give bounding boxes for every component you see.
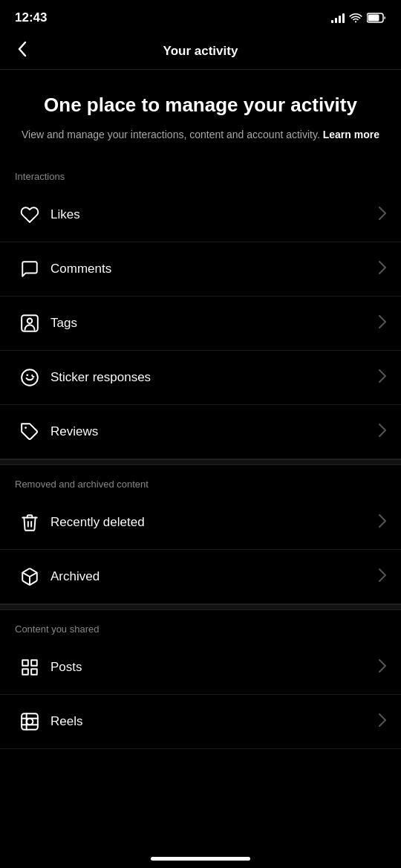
chevron-right-icon [379, 659, 386, 676]
status-time: 12:43 [15, 10, 47, 25]
hero-subtitle: View and manage your interactions, conte… [18, 127, 383, 143]
chevron-right-icon [379, 569, 386, 586]
reels-label: Reels [50, 714, 379, 729]
list-item-posts[interactable]: Posts [0, 641, 401, 695]
learn-more-link[interactable]: Learn more [323, 129, 379, 140]
header: Your activity [0, 33, 401, 70]
home-indicator [0, 846, 401, 868]
likes-label: Likes [50, 207, 379, 222]
chevron-right-icon [379, 369, 386, 386]
reels-icon [15, 707, 45, 736]
section-label-content-shared: Content you shared [0, 610, 401, 641]
status-icons [331, 13, 386, 23]
comment-icon [15, 254, 45, 284]
list-item-reels[interactable]: Reels [0, 695, 401, 749]
hero-subtitle-text: View and manage your interactions, conte… [22, 129, 323, 140]
svg-rect-10 [31, 669, 37, 675]
tag-person-icon [15, 308, 45, 338]
section-label-interactions: Interactions [0, 158, 401, 188]
svg-rect-11 [22, 669, 28, 675]
svg-rect-1 [368, 15, 379, 22]
status-bar: 12:43 [0, 0, 401, 33]
section-divider-1 [0, 459, 401, 465]
sticker-icon [15, 363, 45, 392]
hero-section: One place to manage your activity View a… [0, 70, 401, 158]
content-area: One place to manage your activity View a… [0, 70, 401, 846]
svg-point-4 [22, 369, 38, 386]
heart-icon [15, 200, 45, 230]
trash-icon [15, 508, 45, 537]
svg-rect-9 [31, 660, 37, 666]
header-title: Your activity [163, 44, 238, 59]
section-divider-2 [0, 604, 401, 610]
section-label-removed-archived: Removed and archived content [0, 465, 401, 496]
wifi-icon [349, 13, 362, 23]
grid-icon [15, 652, 45, 682]
archived-label: Archived [50, 569, 379, 584]
list-item-recently-deleted[interactable]: Recently deleted [0, 496, 401, 550]
hero-title: One place to manage your activity [18, 94, 383, 117]
svg-point-3 [27, 319, 33, 324]
home-bar [151, 857, 250, 861]
list-item-reviews[interactable]: Reviews [0, 405, 401, 459]
chevron-right-icon [379, 424, 386, 441]
chevron-right-icon [379, 261, 386, 278]
back-button[interactable] [12, 38, 33, 65]
posts-label: Posts [50, 660, 379, 675]
list-item-comments[interactable]: Comments [0, 242, 401, 297]
recently-deleted-label: Recently deleted [50, 515, 379, 530]
list-item-tags[interactable]: Tags [0, 297, 401, 351]
svg-rect-12 [22, 713, 38, 730]
svg-point-13 [27, 719, 33, 725]
tags-label: Tags [50, 316, 379, 331]
reviews-label: Reviews [50, 424, 379, 439]
battery-icon [367, 13, 386, 23]
list-item-archived[interactable]: Archived [0, 550, 401, 604]
chevron-right-icon [379, 315, 386, 332]
chevron-right-icon [379, 207, 386, 224]
review-tag-icon [15, 417, 45, 447]
list-item-likes[interactable]: Likes [0, 188, 401, 242]
list-item-sticker-responses[interactable]: Sticker responses [0, 351, 401, 405]
signal-icon [331, 13, 345, 23]
chevron-right-icon [379, 713, 386, 731]
archive-icon [15, 562, 45, 592]
page-wrapper: 12:43 [0, 0, 401, 868]
comments-label: Comments [50, 262, 379, 276]
svg-rect-8 [22, 660, 28, 666]
sticker-responses-label: Sticker responses [50, 370, 379, 385]
chevron-right-icon [379, 514, 386, 531]
